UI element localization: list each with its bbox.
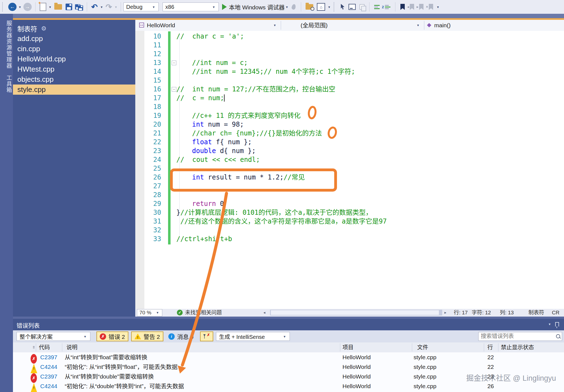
redo-button[interactable]: ↷ <box>106 2 112 12</box>
source-filter-combobox[interactable]: 生成 + IntelliSense▾ <box>216 332 290 341</box>
scope-dropdown[interactable]: (全局范围) <box>301 20 328 31</box>
column-line[interactable]: 行 <box>487 342 493 352</box>
side-tab-toolbox[interactable]: 工具箱 <box>0 75 13 93</box>
column-suppression[interactable]: 禁止显示状态 <box>501 342 534 352</box>
gear-icon[interactable]: ⚙ <box>41 25 47 32</box>
code-line-26: int result = num * 1.2;//常见 <box>192 173 305 182</box>
file-item-HelloWorld.cpp[interactable]: HelloWorld.cpp <box>13 54 135 64</box>
error-row-1[interactable]: ✗C2397从“int”转换到“float”需要收缩转换HelloWorldst… <box>13 352 564 362</box>
redo-caret[interactable]: ▾ <box>115 5 117 9</box>
project-caret[interactable]: ▾ <box>274 23 276 27</box>
toolbar-grip[interactable] <box>2 2 5 12</box>
clear-x-icon: × <box>426 5 428 9</box>
save-all-button[interactable] <box>74 0 84 14</box>
messages-filter-button[interactable]: i消息 0 <box>166 332 196 341</box>
column-description[interactable]: 说明 <box>66 342 77 352</box>
line-number: 22 <box>139 138 161 146</box>
file-item-add.cpp[interactable]: add.cpp <box>13 34 135 44</box>
project-icon: ++ <box>139 23 144 28</box>
file-item-objects.cpp[interactable]: objects.cpp <box>13 74 135 85</box>
line-number: 12 <box>139 50 161 58</box>
error-list-title: 错误列表 <box>17 321 40 329</box>
copy-disabled-icon[interactable] <box>360 4 365 10</box>
fold-collapse-box[interactable]: – <box>172 61 176 65</box>
error-icon: ✗ <box>100 333 106 340</box>
errors-filter-button[interactable]: ✗错误 2 <box>96 331 128 341</box>
column-project[interactable]: 项目 <box>342 342 353 352</box>
toolbar-overflow-caret[interactable]: ▾ <box>328 5 330 9</box>
severity-column-icon[interactable]: ‼ <box>33 342 35 352</box>
warnings-filter-button[interactable]: !警告 2 <box>131 331 163 341</box>
new-file-caret[interactable]: ▾ <box>49 5 51 9</box>
bookmark-icon <box>429 4 433 10</box>
code-segment: //计算机底层逻辑: 0101的代码，这个a,取决于它的数据类型， <box>180 209 372 216</box>
back-dropdown-caret[interactable]: ▾ <box>19 5 21 9</box>
column-code[interactable]: 代码 <box>39 342 50 352</box>
indent-lines-button[interactable] <box>374 5 380 9</box>
horizontal-scrollbar[interactable] <box>270 310 442 315</box>
undo-caret[interactable]: ▾ <box>101 5 103 9</box>
code-line-16: // int num = 127;//不在范围之内，控台输出空 <box>176 85 335 94</box>
start-debug-button[interactable]: 本地 Windows 调试器 ▾ <box>219 0 289 14</box>
select-cursor-icon[interactable] <box>340 4 345 10</box>
forward-button[interactable]: → <box>22 0 33 14</box>
format-lines-button[interactable]: 2 <box>382 0 393 14</box>
scope-caret[interactable]: ▾ <box>417 23 419 27</box>
side-tab-server-explorer[interactable]: 服务器资源管理器 <box>0 20 13 69</box>
home-button[interactable]: ⌂ <box>317 3 325 11</box>
project-dropdown[interactable]: HelloWorld <box>147 20 175 31</box>
find-in-files-button[interactable] <box>306 4 313 10</box>
file-item-HWtest.cpp[interactable]: HWtest.cpp <box>13 64 135 74</box>
file-item-style.cpp[interactable]: style.cpp <box>13 85 135 95</box>
platform-combobox[interactable]: x86▾ <box>163 2 219 11</box>
line-number: 21 <box>139 129 161 138</box>
code-line-13: //int num = c; <box>192 58 248 67</box>
save-button[interactable] <box>66 4 72 10</box>
start-debug-caret[interactable]: ▾ <box>286 5 288 9</box>
column-file[interactable]: 文件 <box>417 342 428 352</box>
window-preview-button[interactable] <box>349 4 356 10</box>
code-editor[interactable]: 10// char c = 'a';111213–//int num = c;1… <box>135 31 564 309</box>
error-search-box[interactable] <box>478 332 562 341</box>
clear-bookmarks-button[interactable]: × <box>426 4 436 10</box>
error-row-2[interactable]: !C4244“初始化”: 从“int”转换到“float”，可能丢失数据Hell… <box>13 362 564 372</box>
forward-icon: → <box>23 3 32 11</box>
error-file: style.cpp <box>414 352 436 362</box>
file-item-cin.cpp[interactable]: cin.cpp <box>13 44 135 54</box>
toolbar-grip[interactable] <box>334 2 336 12</box>
next-bookmark-button[interactable]: ▸ <box>417 4 426 10</box>
scrollbar-thumb[interactable] <box>271 310 439 315</box>
toggle-bookmark-button[interactable] <box>400 4 405 10</box>
error-list-titlebar[interactable]: 错误列表 ▾ <box>13 319 564 330</box>
error-project: HelloWorld <box>342 381 371 391</box>
symbol-dropdown[interactable]: main() <box>434 20 451 31</box>
new-file-button[interactable] <box>40 3 46 11</box>
hot-reload-icon[interactable] <box>291 4 296 10</box>
toolbar-separator <box>35 2 36 12</box>
titlebar-chevron-icon[interactable]: ▾ <box>549 322 550 326</box>
open-folder-button[interactable] <box>54 4 62 10</box>
back-button[interactable]: ← <box>7 0 18 14</box>
code-segment: //常见 <box>284 173 305 181</box>
back-icon: ← <box>8 3 17 11</box>
configuration-combobox[interactable]: Debug▾ <box>123 2 159 11</box>
undo-button[interactable]: ↶ <box>91 2 98 12</box>
scroll-right-arrow[interactable]: ▸ <box>444 310 446 315</box>
bookmark-overflow-caret[interactable]: ▾ <box>437 5 439 9</box>
code-line-17: // c = num; <box>176 94 224 102</box>
scope-filter-combobox[interactable]: 整个解决方案▾ <box>17 332 90 341</box>
line-number: 26 <box>139 173 161 182</box>
error-search-input[interactable] <box>479 332 555 340</box>
combo-caret: ▾ <box>153 5 155 9</box>
filter-button[interactable]: ✗ <box>200 331 213 341</box>
prev-arrow-icon: ◂ <box>407 5 409 9</box>
prev-bookmark-button[interactable]: ◂ <box>407 4 417 10</box>
line-number: 24 <box>139 155 161 164</box>
column-separator <box>412 343 412 352</box>
code-line-31: //还有这个数据的含义，这个a字符是字符串那它是a，a是数字它是97 <box>176 217 387 226</box>
pin-icon[interactable] <box>555 322 559 326</box>
scroll-left-arrow[interactable]: ◂ <box>263 310 265 315</box>
panel-header: 制表符 ⚙ <box>17 24 47 33</box>
fold-collapse-box[interactable]: – <box>172 87 176 92</box>
zoom-combobox[interactable]: 70 %▾ <box>137 309 162 316</box>
